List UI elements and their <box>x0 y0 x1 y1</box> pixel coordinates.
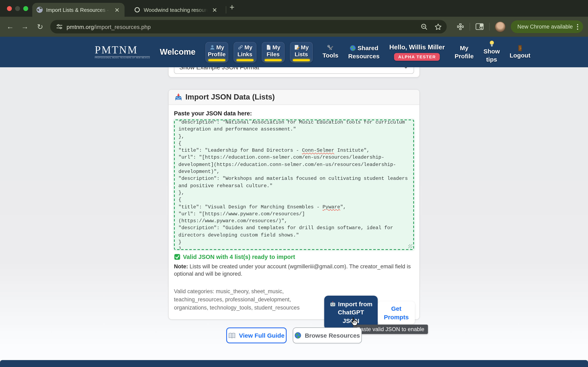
door-icon <box>517 45 523 51</box>
nav-card-line1: My <box>216 44 224 51</box>
tools-icon <box>327 44 334 51</box>
resize-handle[interactable] <box>408 244 412 248</box>
link-icon <box>237 44 243 50</box>
pmtnm-logo[interactable]: PMTNM Professional Music Teachers of New… <box>95 45 150 59</box>
person-icon <box>209 44 215 50</box>
shared-label-line2: Resources <box>348 52 379 60</box>
validation-text: Valid JSON with 4 list(s) ready to impor… <box>183 254 295 260</box>
get-prompts-line2: Prompts <box>384 313 409 321</box>
star-icon[interactable] <box>434 23 442 30</box>
json-textarea[interactable]: "description": "National Association for… <box>174 119 414 250</box>
browser-toolbar: ← → ↻ pmtnm.org/import_resources.php <box>0 17 588 37</box>
inbox-tray-icon <box>174 93 182 101</box>
active-underline <box>265 59 282 61</box>
tab-title: Woodwind teaching resources <box>144 7 208 13</box>
note-label: Note: <box>174 263 188 269</box>
show-tips-line1: Show <box>484 47 500 55</box>
globe-icon <box>349 45 356 51</box>
file-icon <box>266 44 271 50</box>
view-full-guide-button[interactable]: View Full Guide <box>226 327 287 343</box>
json-textarea-content: "description": "National Association for… <box>178 119 410 250</box>
bulb-icon <box>489 40 494 47</box>
get-prompts-button[interactable]: Get Prompts <box>378 301 415 324</box>
view-full-guide-label: View Full Guide <box>239 332 285 339</box>
import-card-header: Import JSON Data (Lists) <box>169 90 419 105</box>
tab-strip: Import Lists & Resources - PM ✕ Woodwind… <box>0 0 588 17</box>
back-icon[interactable]: ← <box>4 17 16 37</box>
import-json-card: Import JSON Data (Lists) Paste your JSON… <box>168 89 420 320</box>
browse-resources-label: Browse Resources <box>305 332 360 339</box>
address-bar[interactable]: pmtnm.org/import_resources.php <box>50 20 447 33</box>
globe-favicon <box>36 7 43 13</box>
paste-json-label: Paste your JSON data here: <box>174 110 414 117</box>
logout-label: Logout <box>510 51 530 59</box>
logo-text: PMTNM <box>95 45 150 55</box>
active-underline <box>293 59 310 61</box>
tab-woodwind[interactable]: Woodwind teaching resources ✕ <box>130 3 222 17</box>
close-tab-icon[interactable]: ✕ <box>211 6 218 14</box>
import-button-line2: ChatGPT <box>338 309 364 317</box>
new-tab-button[interactable]: + <box>229 2 234 12</box>
book-icon <box>228 332 236 339</box>
tune-icon[interactable] <box>56 23 63 30</box>
nav-show-tips-link[interactable]: Show tips <box>484 40 500 64</box>
nav-card-line2: Links <box>237 51 252 58</box>
chatgpt-icon <box>134 7 140 13</box>
nav-card-line1: My <box>301 44 309 51</box>
globe-icon <box>295 332 302 339</box>
bottom-actions: View Full Guide Browse Resources <box>0 327 588 343</box>
import-card-body: Paste your JSON data here: "description"… <box>169 105 419 317</box>
user-greeting: Hello, Willis Miller ALPHA TESTER <box>389 43 445 60</box>
show-tips-line2: tips <box>486 55 497 64</box>
close-tab-icon[interactable]: ✕ <box>114 6 121 14</box>
chrome-update-label: New Chrome available <box>517 24 573 30</box>
active-underline <box>236 59 254 61</box>
side-panel-search-icon[interactable] <box>475 23 484 31</box>
chrome-update-button[interactable]: New Chrome available <box>511 20 583 33</box>
zoom-out-icon[interactable] <box>421 23 428 30</box>
valid-categories-text: Valid categories: music_theory, sheet_mu… <box>174 287 317 312</box>
note-text: Lists will be created under your account… <box>174 263 411 277</box>
url-text[interactable]: pmtnm.org/import_resources.php <box>67 24 151 30</box>
nav-card-group: My Profile My Links <box>205 42 313 62</box>
get-prompts-line1: Get <box>391 304 401 313</box>
toolbar-divider <box>470 23 470 31</box>
import-card-title: Import JSON Data (Lists) <box>185 92 275 101</box>
nav-card-line2: Files <box>267 51 280 58</box>
nav-my-links-card[interactable]: My Links <box>233 42 256 62</box>
close-window-button[interactable] <box>7 6 12 11</box>
tab-divider <box>226 6 226 13</box>
memo-icon <box>294 44 300 50</box>
nav-card-line2: Lists <box>295 51 308 58</box>
robot-icon <box>329 301 336 308</box>
nav-my-profile-link[interactable]: My Profile <box>455 44 474 60</box>
nav-my-profile-card[interactable]: My Profile <box>205 42 228 62</box>
shared-label-line1: Shared <box>357 44 378 52</box>
extensions-icon[interactable] <box>457 23 464 31</box>
my-profile-line1: My <box>460 44 468 52</box>
minimize-window-button[interactable] <box>15 6 20 11</box>
nav-my-files-card[interactable]: My Files <box>262 42 285 62</box>
tools-label: Tools <box>323 51 338 59</box>
account-note: Note: Lists will be created under your a… <box>174 263 416 278</box>
active-underline <box>208 59 225 61</box>
import-button-line1: Import from <box>338 300 372 309</box>
profile-avatar[interactable] <box>495 21 506 32</box>
tab-import-lists[interactable]: Import Lists & Resources - PM ✕ <box>32 3 125 17</box>
browse-resources-button[interactable]: Browse Resources <box>293 327 362 343</box>
reload-icon[interactable]: ↻ <box>34 17 46 37</box>
menu-kebab-icon[interactable] <box>577 24 578 30</box>
forward-icon[interactable]: → <box>19 17 31 37</box>
greeting-text: Hello, Willis Miller <box>389 43 445 51</box>
nav-tools-link[interactable]: Tools <box>323 44 338 59</box>
check-icon <box>174 254 181 260</box>
window-controls[interactable] <box>7 6 28 11</box>
fullscreen-window-button[interactable] <box>23 6 28 11</box>
nav-card-line1: My <box>272 44 280 51</box>
nav-shared-resources-link[interactable]: Shared Resources <box>348 44 379 60</box>
nav-logout-link[interactable]: Logout <box>510 45 530 59</box>
validation-message: Valid JSON with 4 list(s) ready to impor… <box>174 254 414 260</box>
nav-my-lists-card[interactable]: My Lists <box>290 42 313 62</box>
nav-card-line2: Profile <box>208 51 226 58</box>
hand-cursor-icon <box>350 317 359 326</box>
